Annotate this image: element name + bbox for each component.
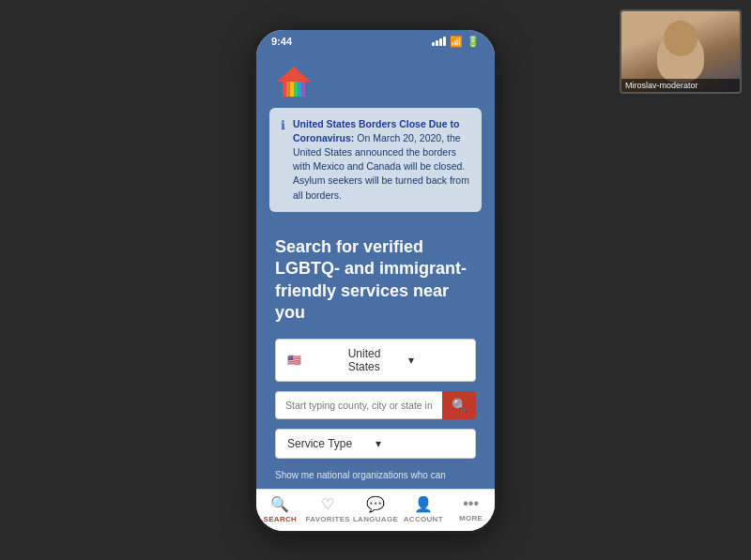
svg-rect-2 <box>283 82 286 97</box>
notification-banner: ℹ United States Borders Close Due to Cor… <box>269 108 482 212</box>
status-bar: 9:44 📶 🔋 <box>256 30 495 52</box>
favorites-nav-label: FAVORITES <box>305 515 349 523</box>
status-time: 9:44 <box>271 36 292 47</box>
search-nav-icon: 🔍 <box>270 495 289 513</box>
screen-background: Miroslav-moderator 9:44 📶 🔋 <box>0 0 751 560</box>
svg-rect-4 <box>290 82 294 97</box>
wifi-icon: 📶 <box>450 36 463 48</box>
notification-text: United States Borders Close Due to Coron… <box>293 117 470 203</box>
service-type-chevron-icon: ▾ <box>376 437 464 450</box>
service-type-label: Service Type <box>287 437 376 450</box>
nav-account[interactable]: 👤 ACCOUNT <box>399 495 447 523</box>
svg-rect-6 <box>298 82 301 97</box>
svg-rect-7 <box>301 82 305 97</box>
svg-marker-0 <box>277 67 311 82</box>
search-button[interactable]: 🔍 <box>442 391 476 419</box>
phone-mockup: 9:44 📶 🔋 <box>253 27 498 534</box>
country-label: United States <box>348 347 404 373</box>
svg-rect-5 <box>294 82 298 97</box>
favorites-nav-icon: ♡ <box>321 495 334 513</box>
nav-more[interactable]: ••• MORE <box>447 495 495 523</box>
webcam-label: Miroslav-moderator <box>621 79 740 92</box>
more-nav-icon: ••• <box>463 495 479 512</box>
logo-area <box>256 52 495 108</box>
language-nav-icon: 💬 <box>366 495 385 513</box>
search-section: Search for verified LGBTQ- and immigrant… <box>256 223 495 489</box>
search-nav-label: SEARCH <box>264 515 298 523</box>
account-nav-label: ACCOUNT <box>404 515 443 523</box>
webcam-overlay: Miroslav-moderator <box>620 9 742 94</box>
battery-icon: 🔋 <box>467 36 480 48</box>
house-svg <box>275 65 313 98</box>
national-orgs-text: Show me national organizations who can <box>275 470 476 488</box>
country-dropdown[interactable]: 🇺🇸 United States ▾ <box>275 339 476 382</box>
nav-search[interactable]: 🔍 SEARCH <box>256 495 304 523</box>
svg-rect-3 <box>286 82 290 97</box>
signal-icon <box>432 37 446 46</box>
app-content: ℹ United States Borders Close Due to Cor… <box>256 52 495 489</box>
language-nav-label: LANGUAGE <box>353 515 398 523</box>
status-icons: 📶 🔋 <box>432 36 480 48</box>
search-heading: Search for verified LGBTQ- and immigrant… <box>275 236 476 325</box>
bottom-nav: 🔍 SEARCH ♡ FAVORITES 💬 LANGUAGE 👤 ACCOUN… <box>256 489 495 531</box>
service-type-dropdown[interactable]: Service Type ▾ <box>275 429 476 459</box>
country-chevron-icon: ▾ <box>408 354 464 367</box>
nav-favorites[interactable]: ♡ FAVORITES <box>304 495 352 523</box>
search-magnifier-icon: 🔍 <box>452 398 467 413</box>
app-logo <box>275 65 313 98</box>
us-flag-icon: 🇺🇸 <box>287 354 343 367</box>
nav-language[interactable]: 💬 LANGUAGE <box>352 495 400 523</box>
search-input-row: 🔍 <box>275 391 476 419</box>
info-icon: ℹ <box>281 118 285 132</box>
more-nav-label: MORE <box>459 514 483 522</box>
location-search-input[interactable] <box>275 391 442 419</box>
account-nav-icon: 👤 <box>414 495 433 513</box>
